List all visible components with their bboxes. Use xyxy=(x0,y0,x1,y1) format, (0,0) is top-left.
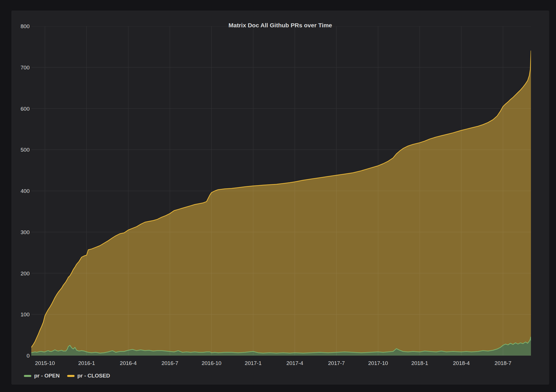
y-tick-label: 700 xyxy=(11,65,30,70)
chart-svg xyxy=(31,26,531,356)
y-tick-label: 800 xyxy=(11,24,30,29)
x-tick-label: 2017-4 xyxy=(286,360,303,366)
x-tick-label: 2018-7 xyxy=(495,360,511,366)
x-tick-label: 2017-7 xyxy=(328,360,345,366)
x-tick-label: 2016-7 xyxy=(161,360,178,366)
closed-area xyxy=(31,51,531,353)
y-tick-label: 300 xyxy=(11,229,30,235)
closed-series-swatch-icon xyxy=(67,375,75,377)
legend-item-closed[interactable]: pr - CLOSED xyxy=(67,373,110,379)
x-tick-label: 2015-10 xyxy=(35,360,55,366)
y-axis: 8007006005004003002001000 xyxy=(11,0,30,392)
x-tick-label: 2016-1 xyxy=(78,360,95,366)
y-tick-label: 0 xyxy=(11,353,30,358)
y-tick-label: 400 xyxy=(11,188,30,194)
legend-label-open: pr - OPEN xyxy=(34,373,60,379)
y-tick-label: 500 xyxy=(11,147,30,152)
chart-plot-area[interactable] xyxy=(31,26,531,356)
x-tick-label: 2016-10 xyxy=(201,360,221,366)
legend: pr - OPEN pr - CLOSED xyxy=(24,371,110,380)
x-tick-label: 2016-4 xyxy=(120,360,137,366)
legend-item-open[interactable]: pr - OPEN xyxy=(24,373,60,379)
x-tick-label: 2017-1 xyxy=(245,360,261,366)
legend-label-closed: pr - CLOSED xyxy=(77,373,110,379)
y-tick-label: 100 xyxy=(11,312,30,317)
y-tick-label: 200 xyxy=(11,271,30,276)
x-tick-label: 2017-10 xyxy=(368,360,388,366)
open-series-swatch-icon xyxy=(24,375,31,377)
x-tick-label: 2018-1 xyxy=(411,360,428,366)
x-axis: 2015-102016-12016-42016-72016-102017-120… xyxy=(0,360,556,369)
y-tick-label: 600 xyxy=(11,106,30,111)
x-tick-label: 2018-4 xyxy=(453,360,470,366)
